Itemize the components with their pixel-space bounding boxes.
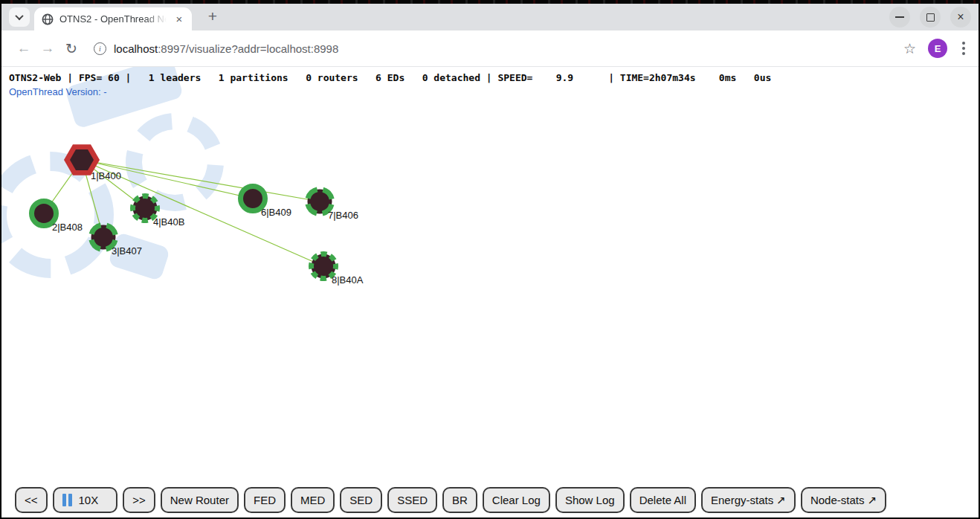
ssed-button[interactable]: SSED xyxy=(387,487,437,513)
window-controls: × xyxy=(889,7,979,28)
toolbar-button-label: Show Log xyxy=(565,494,615,506)
minimize-icon xyxy=(895,16,904,18)
url-text[interactable]: localhost:8997/visualize?addr=localhost:… xyxy=(114,42,338,55)
clear-log-button[interactable]: Clear Log xyxy=(483,487,550,513)
show-log-button[interactable]: Show Log xyxy=(555,487,625,513)
sed-button[interactable]: SED xyxy=(340,487,382,513)
med-button[interactable]: MED xyxy=(291,487,335,513)
node-label: 4|B40B xyxy=(153,216,184,228)
graph-edges xyxy=(1,67,979,518)
address-bar-actions: ☆ E xyxy=(903,39,968,58)
rewind-button[interactable]: << xyxy=(15,487,48,513)
forward-button[interactable]: → xyxy=(36,36,59,60)
url-rest: :8997/visualize?addr=localhost:8998 xyxy=(158,42,338,55)
chevron-down-icon xyxy=(15,12,23,20)
node-label: 2|B408 xyxy=(52,222,83,233)
tab-close-icon[interactable]: × xyxy=(173,13,186,26)
close-icon: × xyxy=(957,11,964,23)
energy-stats-button[interactable]: Energy-stats ↗ xyxy=(701,487,796,513)
network-canvas: OTNS2-Web | FPS= 60 | 1 leaders 1 partit… xyxy=(1,67,979,518)
delete-all-button[interactable]: Delete All xyxy=(630,487,696,513)
toolbar-button-label: Delete All xyxy=(639,494,686,506)
new-router-button[interactable]: New Router xyxy=(161,487,239,513)
node-label: 7|B406 xyxy=(328,210,358,221)
toolbar-button-label: BR xyxy=(452,494,468,506)
node-label: 3|B407 xyxy=(112,245,142,257)
status-bar-text: OTNS2-Web | FPS= 60 | 1 leaders 1 partit… xyxy=(9,72,771,83)
toolbar-button-label: FED xyxy=(254,494,276,506)
address-bar: ← → ↻ i localhost:8997/visualize?addr=lo… xyxy=(1,30,979,67)
globe-icon xyxy=(42,13,54,25)
toolbar-button-label: Node-stats ↗ xyxy=(810,494,877,507)
toolbar-button-label: MED xyxy=(300,494,325,506)
maximize-button[interactable] xyxy=(920,7,941,28)
tab-title: OTNS2 - OpenThread Ne xyxy=(59,13,167,25)
pause-speed-button[interactable]: 10X xyxy=(53,487,118,513)
toolbar-button-label: SED xyxy=(349,494,373,506)
profile-avatar[interactable]: E xyxy=(928,39,947,58)
back-button[interactable]: ← xyxy=(12,36,36,60)
node-stats-button[interactable]: Node-stats ↗ xyxy=(801,487,886,513)
node-label: 8|B40A xyxy=(332,274,363,286)
toolbar-button-label: Clear Log xyxy=(492,494,541,506)
toolbar-button-label: New Router xyxy=(170,494,229,506)
toolbar-button-label: 10X xyxy=(79,494,99,506)
openthread-version-link[interactable]: OpenThread Version: - xyxy=(9,86,107,97)
reload-button[interactable]: ↻ xyxy=(59,36,83,60)
minimize-button[interactable] xyxy=(889,7,910,28)
fed-button[interactable]: FED xyxy=(244,487,286,513)
bottom-toolbar: <<10X>>New RouterFEDMEDSEDSSEDBRClear Lo… xyxy=(15,487,886,513)
toolbar-button-label: Energy-stats ↗ xyxy=(711,494,786,507)
browser-menu-icon[interactable] xyxy=(959,39,968,58)
br-button[interactable]: BR xyxy=(442,487,477,513)
node-label: 1|B400 xyxy=(91,170,121,181)
forward-speed-button[interactable]: >> xyxy=(123,487,155,513)
node-label: 6|B409 xyxy=(261,207,291,218)
url-host: localhost xyxy=(114,42,158,55)
browser-window: OTNS2 - OpenThread Ne × + × ← → ↻ i loca… xyxy=(1,4,979,518)
browser-tab[interactable]: OTNS2 - OpenThread Ne × xyxy=(34,7,192,30)
toolbar-button-label: << xyxy=(25,494,38,506)
tab-search-button[interactable] xyxy=(9,7,30,27)
close-button[interactable]: × xyxy=(950,7,971,28)
tab-strip: OTNS2 - OpenThread Ne × + × xyxy=(1,4,979,30)
toolbar-button-label: >> xyxy=(132,494,146,506)
pause-icon xyxy=(62,494,72,506)
new-tab-button[interactable]: + xyxy=(202,7,223,28)
site-info-icon[interactable]: i xyxy=(94,42,106,55)
toolbar-button-label: SSED xyxy=(397,494,428,506)
bookmark-star-icon[interactable]: ☆ xyxy=(903,40,916,57)
maximize-icon xyxy=(926,13,935,22)
